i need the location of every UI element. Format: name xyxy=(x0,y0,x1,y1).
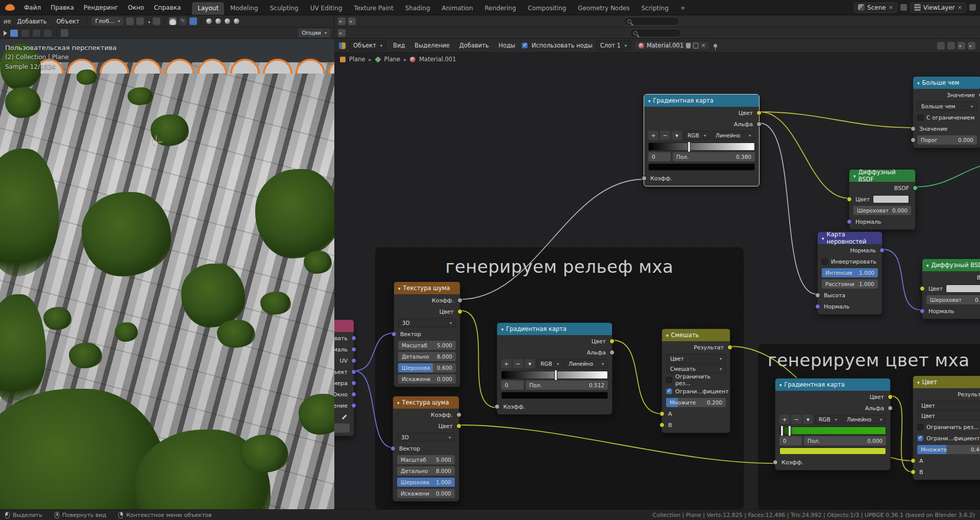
stop-index-field[interactable]: 0 xyxy=(501,381,524,390)
normal-output-socket[interactable] xyxy=(879,248,885,253)
gizmo-icon[interactable] xyxy=(169,17,177,25)
ramp-stop-marker[interactable] xyxy=(554,370,557,381)
ramp-options-button[interactable]: ▾ xyxy=(803,415,813,424)
cursor-3d[interactable] xyxy=(152,138,160,146)
node-color-ramp-1[interactable]: Градиентная карта Цвет Альфа + − ▾ RGB Л… xyxy=(644,94,760,186)
collapse-icon[interactable] xyxy=(917,379,920,386)
shading-solid-icon[interactable] xyxy=(215,18,222,25)
clamp-result-checkbox[interactable] xyxy=(917,424,923,430)
node-color-ramp-2[interactable]: Градиентная карта Цвет Альфа + − ▾ RGB Л… xyxy=(497,322,612,415)
add-menu[interactable]: Добавить xyxy=(456,41,492,50)
blender-logo-icon[interactable] xyxy=(5,4,15,11)
node-diffuse-bsdf-1[interactable]: Диффузный BSDF BSDF Цвет Шероховат0.000 … xyxy=(849,169,916,230)
stop-index-field[interactable]: 0 xyxy=(779,436,802,445)
node-link[interactable] xyxy=(760,112,913,128)
normal-input-socket[interactable] xyxy=(847,219,852,224)
node-bump[interactable]: Карта неровностей Нормаль Инвертировать … xyxy=(817,231,883,315)
b-input-socket[interactable] xyxy=(659,422,665,428)
invert-checkbox[interactable] xyxy=(822,258,828,265)
data-type-dropdown[interactable]: Цвет xyxy=(917,401,980,410)
ramp-options-button[interactable]: ▾ xyxy=(672,131,682,140)
object-field[interactable]: ра xyxy=(334,423,350,433)
color-output-socket[interactable] xyxy=(457,309,462,314)
fac-input-socket[interactable] xyxy=(495,404,500,409)
camera-output-socket[interactable] xyxy=(351,381,356,386)
menu-render[interactable]: Рендеринг xyxy=(79,3,123,13)
strength-field[interactable]: Интенсив1.000 xyxy=(822,268,878,277)
menu-edit[interactable]: Правка xyxy=(46,3,79,13)
color-output-socket[interactable] xyxy=(756,110,762,115)
color-output-socket[interactable] xyxy=(456,423,461,429)
collapse-icon[interactable] xyxy=(853,172,856,179)
collapse-icon[interactable] xyxy=(666,332,669,339)
image-editor-icon[interactable] xyxy=(348,17,356,25)
tab-scripting[interactable]: Scripting xyxy=(635,2,674,15)
a-input-socket[interactable] xyxy=(911,458,916,463)
duplicate-material-icon[interactable] xyxy=(693,43,698,49)
normal-output-socket[interactable] xyxy=(351,347,356,352)
node-tool-icon[interactable] xyxy=(338,29,346,37)
factor-field[interactable]: Множите0.400 xyxy=(917,445,980,454)
select-menu[interactable]: Выделение xyxy=(411,41,453,50)
alpha-output-socket[interactable] xyxy=(609,350,615,355)
object-menu[interactable]: Объект xyxy=(53,17,83,26)
stop-position-field[interactable]: Пол.0.512 xyxy=(526,381,608,390)
color-input-socket[interactable] xyxy=(847,197,852,202)
scale-field[interactable]: Масштаб5.000 xyxy=(397,455,455,464)
xray-icon[interactable] xyxy=(189,17,197,25)
view-menu[interactable]: Вид xyxy=(390,41,408,50)
node-header[interactable]: Смешать xyxy=(662,329,730,341)
stop-color-swatch[interactable] xyxy=(501,392,608,399)
shading-material-icon[interactable] xyxy=(224,18,231,25)
overlays-icon[interactable] xyxy=(179,17,187,25)
breadcrumb-mesh[interactable]: Plane xyxy=(384,56,401,63)
scale-field[interactable]: Масштаб5.000 xyxy=(398,341,456,350)
menu-help[interactable]: Справка xyxy=(149,3,185,13)
shading-rendered-icon[interactable] xyxy=(233,18,240,25)
menu-file[interactable]: Файл xyxy=(19,3,45,13)
color-input-socket[interactable] xyxy=(920,286,925,291)
tab-animation[interactable]: Animation xyxy=(436,2,479,15)
bsdf-output-socket[interactable] xyxy=(913,185,918,191)
color-mode-dropdown[interactable]: RGB xyxy=(536,359,563,368)
select-mode-box[interactable] xyxy=(21,29,30,37)
editor-type-icon[interactable] xyxy=(338,17,346,25)
node-header[interactable]: коорд... xyxy=(334,320,354,332)
uv-output-socket[interactable] xyxy=(351,358,356,363)
detail-field[interactable]: Детально8.000 xyxy=(397,466,455,476)
generated-output-socket[interactable] xyxy=(351,336,356,341)
distortion-field[interactable]: Искажени0.000 xyxy=(397,489,455,498)
color-swatch[interactable] xyxy=(873,195,909,203)
remove-stop-button[interactable]: − xyxy=(791,415,801,424)
pivot-point-icon[interactable] xyxy=(126,17,134,25)
add-workspace-button[interactable]: + xyxy=(675,2,691,15)
new-viewlayer-icon[interactable] xyxy=(969,4,976,11)
menu-window[interactable]: Окно xyxy=(124,3,149,13)
select-mode-lasso[interactable] xyxy=(43,29,52,37)
eyedropper-icon[interactable] xyxy=(341,414,348,420)
node-noise-texture-2[interactable]: Текстура шума Коэфф. Цвет 3D Вектор Масш… xyxy=(393,396,459,502)
parent-navigate-icon[interactable] xyxy=(937,42,945,50)
stop-index-field[interactable]: 0 xyxy=(648,152,671,161)
snap-dropdown-icon[interactable] xyxy=(146,18,150,25)
node-link[interactable] xyxy=(760,112,849,198)
fac-output-socket[interactable] xyxy=(456,412,461,417)
fac-input-socket[interactable] xyxy=(642,176,647,181)
select-mode-circle[interactable] xyxy=(32,29,41,37)
node-menu[interactable]: Ноды xyxy=(496,41,519,50)
clamp-checkbox[interactable] xyxy=(917,114,923,121)
viewlayer-selector[interactable]: ViewLayer × xyxy=(910,3,966,13)
node-noise-texture-1[interactable]: Текстура шума Коэфф. Цвет 3D Вектор Масш… xyxy=(394,281,460,387)
fac-input-socket[interactable] xyxy=(773,460,778,465)
interpolation-dropdown[interactable]: Линейно xyxy=(565,359,608,368)
collapse-icon[interactable] xyxy=(917,79,920,86)
alpha-output-socket[interactable] xyxy=(888,406,893,411)
viewlayer-remove-icon[interactable]: × xyxy=(958,5,962,10)
color-mode-dropdown[interactable]: RGB xyxy=(683,131,710,140)
object-output-socket[interactable] xyxy=(351,369,356,374)
result-output-socket[interactable] xyxy=(727,345,732,350)
snap-options-icon[interactable] xyxy=(958,42,965,50)
ramp-stop-marker[interactable] xyxy=(780,426,783,436)
detail-field[interactable]: Детально8.000 xyxy=(398,352,456,361)
remove-stop-button[interactable]: − xyxy=(660,131,670,140)
